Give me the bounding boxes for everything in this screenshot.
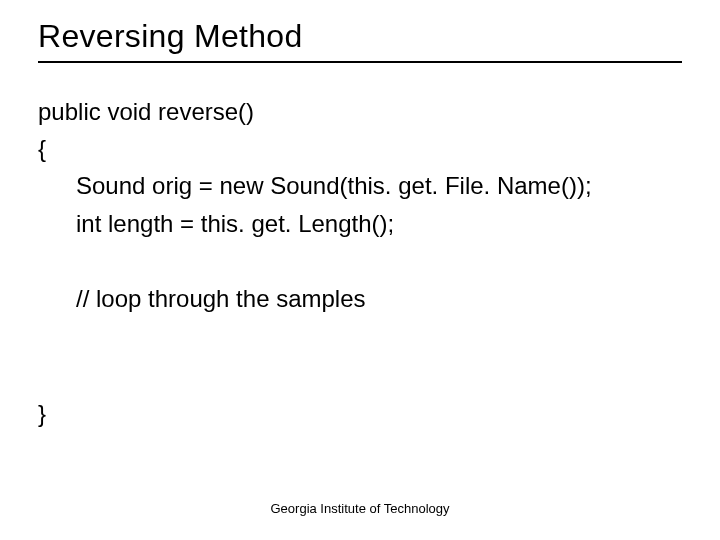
slide-container: Reversing Method public void reverse() {… xyxy=(0,0,720,540)
slide-title: Reversing Method xyxy=(38,18,682,63)
code-block: public void reverse() { Sound orig = new… xyxy=(38,93,682,432)
code-line-close-brace: } xyxy=(38,395,682,432)
footer-attribution: Georgia Institute of Technology xyxy=(0,501,720,516)
code-line-comment: // loop through the samples xyxy=(38,280,682,317)
blank-spacer-2 xyxy=(38,317,682,395)
code-line-orig: Sound orig = new Sound(this. get. File. … xyxy=(38,167,682,204)
code-line-length: int length = this. get. Length(); xyxy=(38,205,682,242)
code-line-signature: public void reverse() xyxy=(38,93,682,130)
code-line-open-brace: { xyxy=(38,130,682,167)
blank-spacer-1 xyxy=(38,242,682,280)
